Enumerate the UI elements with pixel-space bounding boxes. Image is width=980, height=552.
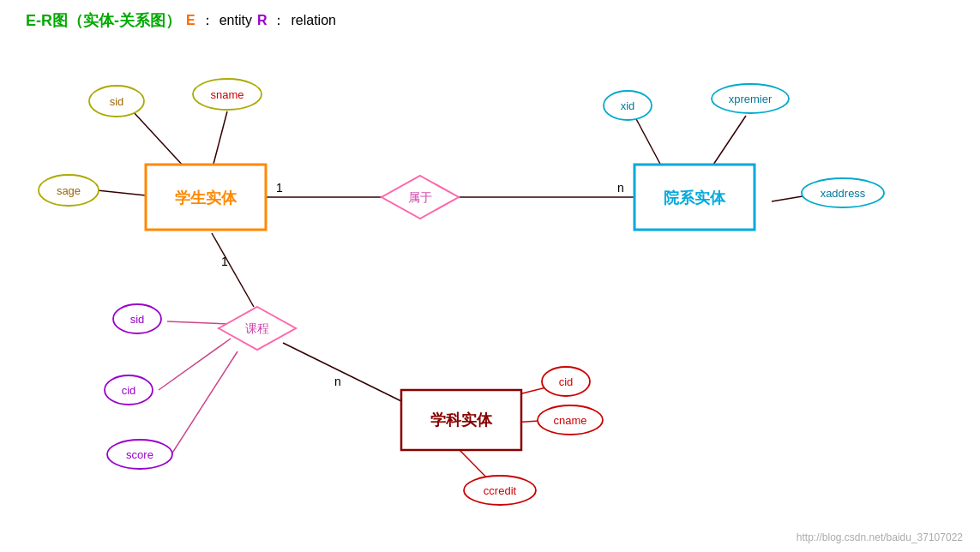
- svg-line-9: [213, 111, 227, 167]
- svg-text:score: score: [126, 448, 153, 461]
- er-diagram: 1 n 1 n 学生实体 院系实体 学科实体 属于 课程: [0, 0, 980, 552]
- svg-line-4: [212, 233, 254, 307]
- svg-text:1: 1: [276, 181, 283, 195]
- svg-text:sage: sage: [57, 184, 81, 197]
- subject-entity-label: 学科实体: [430, 411, 493, 429]
- department-entity-label: 院系实体: [664, 189, 726, 207]
- svg-line-12: [712, 116, 746, 167]
- student-entity-label: 学生实体: [175, 189, 237, 207]
- svg-text:xid: xid: [621, 99, 635, 112]
- belongs-relation-label: 属于: [408, 190, 432, 204]
- svg-text:sid: sid: [110, 95, 124, 108]
- svg-line-11: [634, 116, 662, 167]
- svg-line-8: [133, 111, 184, 167]
- course-relation-label: 课程: [245, 321, 269, 335]
- svg-text:xaddress: xaddress: [821, 187, 866, 200]
- svg-text:sname: sname: [210, 88, 243, 101]
- svg-text:cid: cid: [122, 384, 136, 397]
- svg-text:1: 1: [221, 255, 228, 268]
- svg-text:n: n: [334, 375, 341, 388]
- svg-text:cname: cname: [553, 414, 586, 427]
- svg-text:n: n: [617, 181, 624, 195]
- watermark: http://blog.csdn.net/baidu_37107022: [797, 531, 963, 543]
- svg-text:ccredit: ccredit: [484, 484, 517, 497]
- svg-line-10: [97, 190, 146, 195]
- svg-text:xpremier: xpremier: [729, 93, 773, 105]
- svg-line-16: [171, 351, 237, 454]
- svg-text:sid: sid: [130, 313, 145, 326]
- svg-line-15: [159, 339, 231, 390]
- svg-line-6: [283, 343, 401, 401]
- svg-line-14: [167, 321, 230, 324]
- svg-text:cid: cid: [559, 375, 574, 388]
